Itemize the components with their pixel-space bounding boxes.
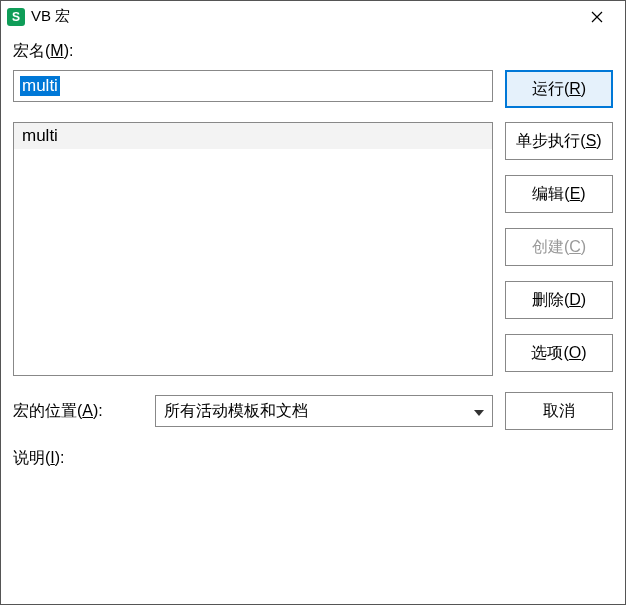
close-button[interactable] — [575, 2, 619, 32]
step-button[interactable]: 单步执行(S) — [505, 122, 613, 160]
macro-name-input[interactable]: multi — [13, 70, 493, 102]
macro-list[interactable]: multi — [13, 122, 493, 376]
macro-name-value: multi — [20, 76, 60, 96]
edit-button[interactable]: 编辑(E) — [505, 175, 613, 213]
macro-name-label: 宏名(M): — [13, 37, 613, 66]
chevron-down-icon — [474, 402, 484, 420]
location-select[interactable]: 所有活动模板和文档 — [155, 395, 493, 427]
run-button[interactable]: 运行(R) — [505, 70, 613, 108]
window-title: VB 宏 — [31, 7, 575, 26]
create-button: 创建(C) — [505, 228, 613, 266]
dialog-window: S VB 宏 宏名(M): multi 运行(R) multi 单步执行(S) — [0, 0, 626, 605]
titlebar: S VB 宏 — [1, 1, 625, 33]
cancel-button[interactable]: 取消 — [505, 392, 613, 430]
button-column: 单步执行(S) 编辑(E) 创建(C) 删除(D) 选项(O) — [505, 122, 613, 376]
delete-button[interactable]: 删除(D) — [505, 281, 613, 319]
close-icon — [591, 11, 603, 23]
location-selected-value: 所有活动模板和文档 — [164, 401, 308, 422]
options-button[interactable]: 选项(O) — [505, 334, 613, 372]
app-icon: S — [7, 8, 25, 26]
location-label: 宏的位置(A): — [13, 401, 143, 422]
description-label: 说明(I): — [13, 444, 613, 473]
dialog-content: 宏名(M): multi 运行(R) multi 单步执行(S) 编辑(E) — [1, 33, 625, 604]
list-item[interactable]: multi — [14, 123, 492, 149]
